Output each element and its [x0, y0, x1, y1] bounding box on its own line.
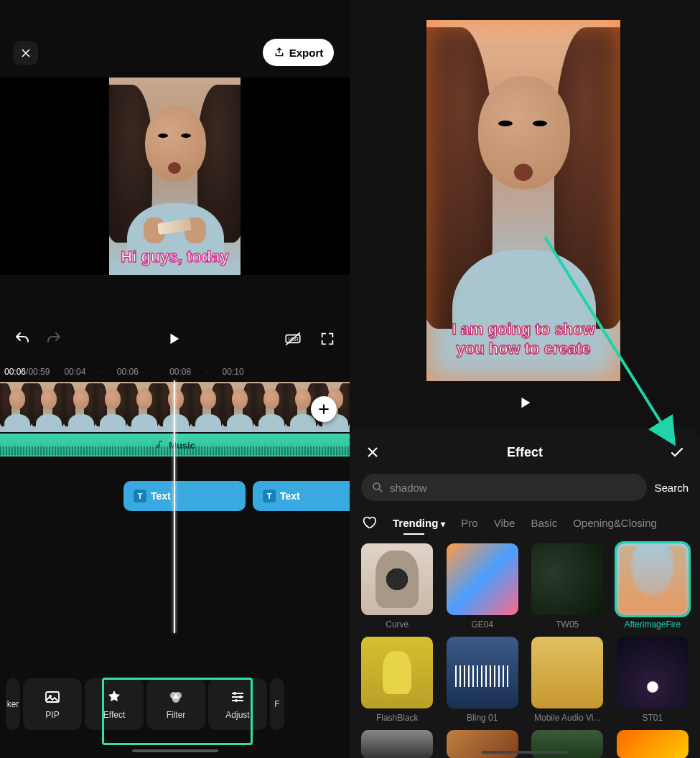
video-timeline[interactable]	[0, 382, 350, 432]
preview-area: Hi guys, today	[0, 78, 350, 275]
plus-icon	[317, 402, 331, 416]
svg-point-9	[235, 699, 238, 702]
video-frame[interactable]: Hi guys, today	[109, 78, 241, 275]
tab-trending[interactable]: Trending▾	[393, 517, 445, 529]
effect-item-tw05[interactable]: TW05	[530, 543, 605, 630]
text-icon: T	[263, 490, 276, 502]
text-clip-1[interactable]: T Text	[123, 481, 246, 511]
search-row: shadow Search	[350, 474, 700, 510]
tool-label: Filter	[167, 710, 186, 720]
play-button-right[interactable]	[517, 394, 533, 414]
home-indicator	[482, 751, 568, 754]
tick-5: ·	[205, 367, 207, 377]
tool-sticker-cut[interactable]: ker	[6, 678, 20, 730]
close-button[interactable]	[14, 41, 38, 65]
effect-item-row3a[interactable]	[360, 730, 435, 758]
search-button[interactable]: Search	[654, 482, 689, 494]
tick-4: 00:08	[169, 367, 191, 377]
video-caption: Hi guys, today	[109, 248, 241, 266]
play-button[interactable]	[164, 329, 183, 348]
fullscreen-button[interactable]	[318, 329, 337, 348]
add-clip-button[interactable]	[311, 396, 337, 422]
play-icon	[166, 330, 182, 347]
tab-opening-closing[interactable]: Opening&Closing	[573, 517, 657, 529]
tool-format-cut[interactable]: F	[270, 678, 284, 730]
svg-point-10	[373, 483, 380, 490]
filter-icon	[167, 688, 185, 706]
effect-tabs: Trending▾ Pro Vibe Basic Opening&Closing	[350, 510, 700, 538]
effect-item-row3d[interactable]	[615, 730, 691, 758]
export-icon	[274, 47, 285, 58]
editor-main-pane: Export Hi guys, today	[0, 0, 350, 758]
favorites-button[interactable]	[361, 514, 377, 532]
effect-item-flashblack[interactable]: FlashBlack	[360, 637, 435, 723]
text-track: T Text T Text	[0, 481, 350, 511]
chevron-down-icon: ▾	[441, 519, 445, 529]
export-button[interactable]: Export	[263, 39, 334, 66]
undo-button[interactable]	[13, 329, 32, 348]
video-caption-right: I am going to show you how to create	[426, 320, 620, 358]
svg-text:HDR: HDR	[289, 337, 299, 342]
tab-vibe[interactable]: Vibe	[494, 517, 515, 529]
fullscreen-icon	[319, 331, 335, 347]
top-bar: Export	[0, 34, 350, 78]
effect-icon	[106, 688, 123, 706]
effect-item-ge04[interactable]: GE04	[445, 543, 521, 630]
tool-label: Adjust	[225, 710, 249, 720]
tool-effect[interactable]: Effect	[85, 678, 144, 730]
tool-filter[interactable]: Filter	[146, 678, 205, 730]
hdr-icon: HDR	[284, 329, 302, 348]
search-value: shadow	[390, 482, 427, 494]
current-time: 00:06	[4, 367, 26, 377]
effect-item-st01[interactable]: ST01	[615, 637, 691, 723]
home-indicator	[132, 749, 218, 752]
timecode-ruler: 00:06/00:59 00:04 · 00:06 · 00:08 · 00:1…	[0, 364, 350, 380]
panel-header: Effect	[350, 435, 700, 474]
preview-with-effect[interactable]: I am going to show you how to create	[426, 20, 620, 381]
effect-grid: Curve GE04 TW05 AfterimageFire FlashBlac…	[350, 538, 700, 758]
tick-6: 00:10	[223, 367, 244, 377]
tool-label: Effect	[103, 710, 125, 720]
effect-item-row3c[interactable]	[530, 730, 605, 758]
effect-item-bling01[interactable]: Bling 01	[445, 637, 521, 723]
tick-1: ·	[100, 367, 102, 377]
panel-close-button[interactable]	[361, 441, 384, 464]
effect-item-afterimagefire[interactable]: AfterimageFire	[615, 543, 691, 630]
text-icon: T	[134, 490, 146, 502]
svg-point-8	[239, 696, 242, 698]
text-clip-label: Text	[280, 490, 300, 502]
play-icon	[517, 394, 533, 411]
hdr-toggle[interactable]: HDR	[284, 329, 302, 348]
undo-icon	[14, 330, 31, 347]
checkmark-icon	[668, 444, 686, 461]
redo-button[interactable]	[45, 329, 63, 348]
panel-confirm-button[interactable]	[666, 441, 689, 464]
tool-adjust[interactable]: Adjust	[208, 678, 267, 730]
effect-panel-pane: I am going to show you how to create Eff…	[350, 0, 700, 758]
heart-icon	[361, 514, 377, 530]
effect-item-row3b[interactable]	[445, 730, 521, 758]
text-clip-label: Text	[151, 490, 171, 502]
effect-panel: Effect shadow Search Trending▾ Pro Vibe …	[350, 428, 700, 758]
search-input[interactable]: shadow	[361, 474, 647, 501]
tab-pro[interactable]: Pro	[461, 517, 477, 529]
svg-point-6	[172, 696, 179, 703]
svg-point-7	[233, 692, 236, 695]
total-time: 00:59	[28, 367, 50, 377]
bottom-toolbar: ker PIP Effect Filter Adjust F	[0, 672, 350, 736]
tick-3: ·	[153, 367, 155, 377]
tab-basic[interactable]: Basic	[531, 517, 557, 529]
tool-label: PIP	[45, 710, 59, 720]
search-icon	[371, 481, 384, 494]
export-label: Export	[289, 47, 324, 59]
panel-title: Effect	[507, 445, 543, 460]
close-icon	[19, 47, 32, 60]
effect-item-curve[interactable]: Curve	[360, 543, 435, 630]
close-icon	[365, 444, 381, 460]
tick-0: 00:04	[64, 367, 85, 377]
tool-pip[interactable]: PIP	[23, 678, 82, 730]
effect-item-mobile-audio[interactable]: Mobile Audio Vi...	[530, 637, 605, 723]
music-track[interactable]: Music	[0, 434, 350, 457]
playback-controls: HDR	[0, 321, 350, 357]
tick-2: 00:06	[117, 367, 139, 377]
